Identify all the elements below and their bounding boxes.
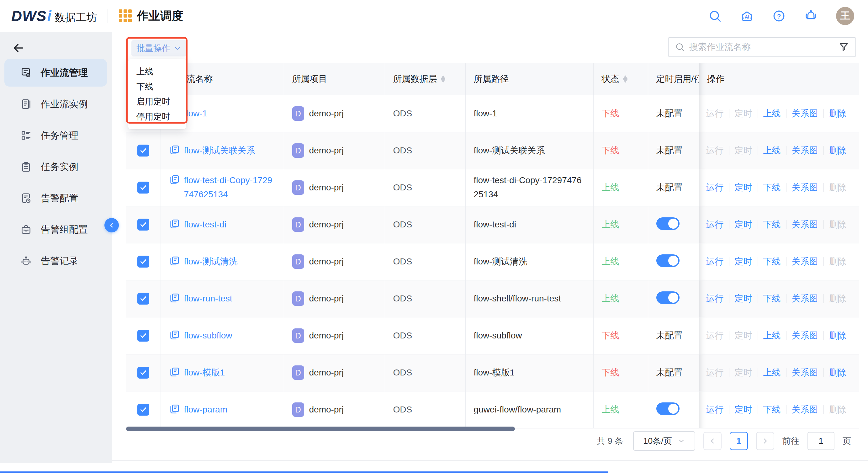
dropdown-item-enable-schedule[interactable]: 启用定时 (128, 94, 186, 109)
action-relation-graph[interactable]: 关系图 (786, 146, 824, 155)
timer-status-text: 未配置 (656, 109, 683, 118)
row-checkbox[interactable] (137, 145, 149, 156)
sidebar-item-alert-record[interactable]: 告警记录 (4, 247, 107, 275)
svg-text:?: ? (777, 12, 781, 20)
action-offline[interactable]: 下线 (758, 257, 786, 266)
action-online[interactable]: 上线 (758, 146, 786, 155)
page-size-select[interactable]: 10条/页 (633, 431, 695, 451)
project-name: demo-prj (309, 182, 344, 193)
project-badge: D (292, 403, 304, 417)
row-checkbox[interactable] (137, 293, 149, 304)
horizontal-scrollbar-thumb[interactable] (126, 426, 515, 431)
app-grid-icon[interactable] (119, 9, 132, 22)
next-page-button[interactable] (756, 432, 774, 450)
document-icon (169, 218, 180, 229)
previous-page-button[interactable] (703, 432, 721, 450)
action-online[interactable]: 上线 (758, 368, 786, 377)
action-relation-graph[interactable]: 关系图 (786, 183, 824, 192)
row-checkbox[interactable] (137, 218, 149, 231)
document-icon (169, 330, 180, 340)
action-offline[interactable]: 下线 (758, 294, 786, 303)
sidebar-item-alert-group-config[interactable]: 告警组配置 (4, 216, 107, 243)
data-layer: ODS (393, 294, 412, 303)
timer-status-text: 未配置 (656, 331, 683, 340)
action-run[interactable]: 运行 (701, 220, 730, 229)
sidebar-item-alert-config[interactable]: 告警配置 (4, 184, 107, 212)
dropdown-item-online[interactable]: 上线 (128, 64, 186, 79)
action-delete: 删除 (824, 405, 852, 414)
timer-toggle[interactable] (656, 403, 680, 415)
action-delete[interactable]: 删除 (824, 331, 852, 340)
batch-operations-button[interactable]: 批量操作 (131, 40, 187, 56)
sidebar-item-task-manage[interactable]: 任务管理 (4, 122, 107, 149)
action-relation-graph[interactable]: 关系图 (786, 220, 824, 229)
data-layer: ODS (393, 405, 412, 414)
action-delete: 删除 (824, 257, 852, 266)
search-icon[interactable] (708, 9, 722, 23)
workflow-name-link[interactable]: flow-subflow (184, 329, 232, 343)
row-checkbox[interactable] (137, 330, 149, 342)
ai-assistant-icon[interactable]: AI (740, 9, 754, 23)
dropdown-item-disable-schedule[interactable]: 停用定时 (128, 109, 186, 124)
workflow-name-link[interactable]: flow-模版1 (184, 366, 225, 380)
notification-bell-icon[interactable] (804, 9, 818, 23)
action-schedule: 定时 (730, 109, 758, 118)
help-icon[interactable]: ? (772, 9, 786, 23)
sort-caret-layer[interactable] (440, 75, 446, 83)
action-delete[interactable]: 删除 (824, 368, 852, 377)
action-run[interactable]: 运行 (701, 405, 730, 414)
goto-page-input[interactable] (807, 432, 834, 450)
sidebar-collapse-button[interactable] (104, 218, 119, 232)
sidebar-item-workflow-manage[interactable]: 作业流管理 (4, 59, 107, 87)
action-schedule[interactable]: 定时 (730, 257, 758, 266)
row-checkbox[interactable] (137, 256, 149, 268)
action-delete[interactable]: 删除 (824, 146, 852, 155)
workflow-name-link[interactable]: flow-run-test (184, 292, 232, 306)
action-online[interactable]: 上线 (758, 109, 786, 118)
workflow-name-link[interactable]: flow-测试清洗 (184, 255, 238, 269)
row-checkbox[interactable] (137, 404, 149, 416)
action-relation-graph[interactable]: 关系图 (786, 368, 824, 377)
timer-toggle[interactable] (656, 291, 680, 304)
action-schedule[interactable]: 定时 (730, 183, 758, 192)
goto-label: 前往 (782, 435, 799, 447)
sort-caret-status[interactable] (622, 75, 628, 83)
data-layer: ODS (393, 367, 412, 377)
workflow-name-link[interactable]: flow-1 (184, 107, 208, 121)
sidebar-item-task-instance[interactable]: 任务实例 (4, 153, 107, 181)
row-checkbox[interactable] (137, 367, 149, 379)
action-relation-graph[interactable]: 关系图 (786, 257, 824, 266)
back-arrow-icon[interactable] (12, 41, 25, 55)
action-relation-graph[interactable]: 关系图 (786, 109, 824, 118)
action-run[interactable]: 运行 (701, 257, 730, 266)
action-relation-graph[interactable]: 关系图 (786, 331, 824, 340)
action-offline[interactable]: 下线 (758, 183, 786, 192)
current-page-button[interactable]: 1 (730, 432, 748, 450)
action-offline[interactable]: 下线 (758, 220, 786, 229)
workflow-name-link[interactable]: flow-test-di-Copy-1729747625134 (184, 173, 276, 202)
workflow-name-link[interactable]: flow-test-di (184, 218, 226, 232)
action-schedule[interactable]: 定时 (730, 405, 758, 414)
timer-toggle[interactable] (656, 217, 680, 230)
action-delete[interactable]: 删除 (824, 109, 852, 118)
action-relation-graph[interactable]: 关系图 (786, 294, 824, 303)
timer-toggle[interactable] (656, 255, 680, 267)
dropdown-item-offline[interactable]: 下线 (128, 79, 186, 94)
sidebar-item-workflow-instance[interactable]: 作业流实例 (4, 90, 107, 118)
workflow-name-link[interactable]: flow-param (184, 403, 227, 417)
action-schedule[interactable]: 定时 (730, 294, 758, 303)
alert-config-icon (20, 192, 32, 204)
table-row: flow-subflowDdemo-prjODSflow-subflow下线未配… (126, 317, 859, 354)
row-checkbox[interactable] (137, 182, 149, 194)
action-delete: 删除 (824, 183, 852, 192)
action-online[interactable]: 上线 (758, 331, 786, 340)
action-schedule[interactable]: 定时 (730, 220, 758, 229)
action-offline[interactable]: 下线 (758, 405, 786, 414)
action-relation-graph[interactable]: 关系图 (786, 405, 824, 414)
filter-icon[interactable] (839, 42, 849, 52)
user-avatar[interactable]: 王 (836, 7, 854, 25)
action-run[interactable]: 运行 (701, 294, 730, 303)
workflow-search-input[interactable] (689, 42, 834, 52)
action-run[interactable]: 运行 (701, 183, 730, 192)
workflow-name-link[interactable]: flow-测试关联关系 (184, 144, 255, 158)
